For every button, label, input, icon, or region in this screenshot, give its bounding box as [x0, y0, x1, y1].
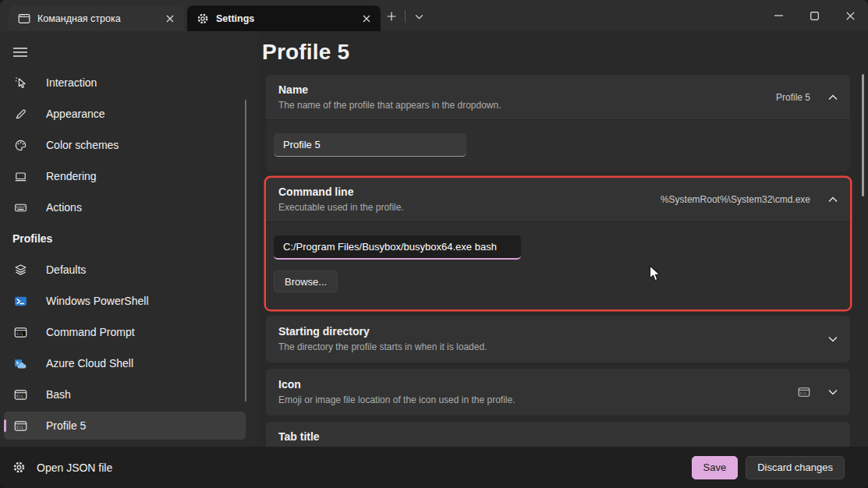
setting-title: Icon — [278, 378, 515, 391]
tab-settings[interactable]: Settings — [187, 5, 381, 31]
hamburger-menu-icon[interactable] — [7, 41, 34, 64]
sidebar-item-color-schemes[interactable]: Color schemes — [4, 131, 246, 159]
command-line-expander-body: Browse... — [266, 221, 850, 309]
save-button[interactable]: Save — [692, 456, 739, 479]
tab-close-icon[interactable] — [359, 11, 374, 27]
tab-bar: C:\ Командная строка Settings — [0, 0, 868, 31]
starting-directory-expander-header[interactable]: Starting directory The directory the pro… — [266, 316, 850, 362]
svg-text:C:\: C:\ — [20, 13, 25, 16]
svg-text:C:\: C:\ — [16, 394, 23, 398]
azure-cloud-shell-icon — [12, 355, 28, 371]
close-window-button[interactable] — [832, 0, 868, 31]
setting-title: Name — [278, 83, 501, 97]
interaction-pointer-icon — [12, 75, 28, 90]
open-json-file-button[interactable]: Open JSON file — [12, 461, 112, 474]
tab-command-prompt[interactable]: C:\ Командная строка — [9, 5, 184, 31]
gear-icon — [197, 12, 209, 25]
setting-title: Starting directory — [278, 325, 487, 338]
sidebar-item-windows-powershell[interactable]: Windows PowerShell — [4, 287, 246, 315]
svg-text:C:\: C:\ — [16, 426, 23, 430]
new-tab-dropdown-button[interactable] — [408, 5, 430, 27]
setting-description: The name of the profile that appears in … — [278, 100, 501, 111]
sidebar-item-defaults[interactable]: Defaults — [4, 256, 246, 284]
sidebar-item-command-prompt[interactable]: C:\ Command Prompt — [4, 318, 246, 346]
sidebar-item-label: Windows PowerShell — [46, 295, 149, 307]
browse-button[interactable]: Browse... — [274, 271, 338, 292]
sidebar-item-azure-cloud-shell[interactable]: Azure Cloud Shell — [4, 349, 246, 377]
sidebar-item-actions[interactable]: Actions — [4, 193, 246, 221]
profile-name-input[interactable] — [274, 133, 466, 157]
chevron-up-icon — [828, 94, 838, 101]
tab-close-icon[interactable] — [162, 11, 178, 27]
setting-title: Command line — [278, 186, 404, 199]
setting-description: The directory the profile starts in when… — [278, 341, 487, 353]
name-expander-header[interactable]: Name The name of the profile that appear… — [266, 75, 850, 119]
svg-text:C:\: C:\ — [16, 332, 23, 336]
keyboard-icon — [12, 200, 28, 215]
discard-changes-button[interactable]: Discard changes — [746, 456, 845, 479]
chevron-down-icon — [828, 336, 838, 342]
setting-current-value: %SystemRoot%\System32\cmd.exe — [661, 194, 810, 205]
new-tab-button[interactable] — [381, 5, 402, 27]
name-expander-body — [266, 119, 850, 172]
setting-title: Tab title — [266, 422, 850, 444]
sidebar-item-label: Bash — [46, 388, 71, 401]
open-json-file-label: Open JSON file — [37, 461, 112, 474]
command-line-expander-header[interactable]: Command line Executable used in the prof… — [266, 178, 850, 221]
terminal-window-icon: C:\ — [12, 387, 28, 402]
sidebar-item-label: Profile 5 — [46, 419, 86, 432]
icon-card: Icon Emoji or image file location of the… — [266, 369, 850, 416]
tab-label: Settings — [216, 13, 359, 24]
minimize-button[interactable] — [760, 0, 796, 31]
monitor-icon — [12, 168, 28, 184]
setting-current-value: Profile 5 — [776, 92, 810, 103]
setting-description: Emoji or image file location of the icon… — [278, 394, 515, 406]
sidebar-item-profile-5[interactable]: C:\ Profile 5 — [4, 412, 246, 440]
sidebar-item-label: Color schemes — [46, 139, 119, 151]
maximize-button[interactable] — [796, 0, 832, 31]
terminal-window-icon: C:\ — [12, 418, 28, 433]
powershell-icon — [12, 293, 28, 309]
window-controls — [760, 0, 868, 31]
chevron-up-icon — [828, 196, 838, 203]
paintbrush-icon — [12, 106, 28, 122]
palette-icon — [12, 137, 28, 153]
command-line-input[interactable] — [274, 235, 521, 260]
sidebar-item-interaction[interactable]: Interaction — [4, 69, 246, 97]
sidebar-item-bash[interactable]: C:\ Bash — [4, 380, 246, 408]
cmd-window-icon: C:\ — [18, 12, 30, 25]
icon-expander-header[interactable]: Icon Emoji or image file location of the… — [266, 369, 850, 416]
main-scrollbar[interactable] — [862, 74, 864, 196]
command-line-card: Command line Executable used in the prof… — [266, 178, 850, 309]
sidebar-item-label: Actions — [46, 201, 82, 214]
sidebar-scrollbar[interactable] — [245, 100, 246, 401]
profiles-section-header: Profiles — [4, 225, 246, 253]
tab-title-card[interactable]: Tab title — [266, 422, 850, 447]
terminal-settings-window: C:\ Командная строка Settings — [0, 0, 868, 488]
chevron-down-icon — [828, 389, 838, 395]
starting-directory-card: Starting directory The directory the pro… — [266, 316, 850, 362]
bottom-bar: Open JSON file Save Discard changes — [0, 447, 868, 488]
gear-icon — [12, 461, 26, 474]
sidebar-item-label: Appearance — [46, 108, 105, 120]
sidebar-item-label: Azure Cloud Shell — [46, 357, 133, 370]
settings-main-panel: Profile 5 Name The name of the profile t… — [257, 31, 868, 447]
sidebar-item-appearance[interactable]: Appearance — [4, 100, 246, 128]
sidebar-item-label: Command Prompt — [46, 326, 135, 338]
settings-sidebar: Interaction Appearance Color schemes Ren… — [0, 31, 257, 447]
profile-icon-preview: C:\ — [798, 386, 810, 398]
cmd-window-icon: C:\ — [12, 324, 28, 340]
name-card: Name The name of the profile that appear… — [266, 75, 850, 172]
page-title: Profile 5 — [262, 39, 868, 65]
setting-description: Executable used in the profile. — [278, 202, 404, 214]
sidebar-item-label: Interaction — [46, 76, 97, 89]
sidebar-item-label: Rendering — [46, 170, 97, 182]
tabbar-separator — [405, 10, 406, 23]
layers-icon — [12, 262, 28, 278]
sidebar-item-label: Defaults — [46, 263, 86, 276]
sidebar-item-rendering[interactable]: Rendering — [4, 162, 246, 190]
svg-text:C:\: C:\ — [800, 391, 806, 395]
tab-label: Командная строка — [37, 13, 162, 24]
